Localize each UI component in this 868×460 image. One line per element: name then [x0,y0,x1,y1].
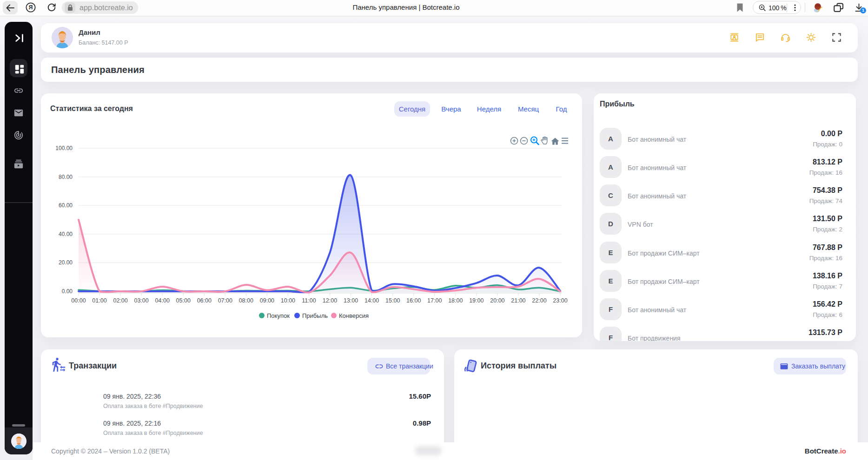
svg-text:08:00: 08:00 [239,297,253,304]
svg-text:11:00: 11:00 [302,297,316,304]
svg-text:Прибыль: Прибыль [302,312,328,319]
svg-text:00:00: 00:00 [71,297,86,304]
svg-text:02:00: 02:00 [113,297,127,304]
svg-text:23:00: 23:00 [553,297,567,304]
svg-text:04:00: 04:00 [155,297,170,304]
svg-text:14:00: 14:00 [364,297,379,304]
svg-text:20.00: 20.00 [59,259,73,266]
svg-text:15:00: 15:00 [385,297,400,304]
svg-text:20:00: 20:00 [490,297,504,304]
svg-text:09:00: 09:00 [260,297,274,304]
svg-text:12:00: 12:00 [323,297,337,304]
svg-text:100.00: 100.00 [55,145,73,151]
svg-text:16:00: 16:00 [406,297,421,304]
svg-text:0.00: 0.00 [62,288,73,295]
svg-text:21:00: 21:00 [511,297,525,304]
svg-text:13:00: 13:00 [344,297,358,304]
svg-text:80.00: 80.00 [59,174,73,180]
svg-text:Конверсия: Конверсия [339,312,369,319]
svg-text:03:00: 03:00 [134,297,148,304]
svg-text:05:00: 05:00 [176,297,191,304]
svg-text:22:00: 22:00 [532,297,546,304]
svg-text:19:00: 19:00 [469,297,484,304]
svg-text:40.00: 40.00 [59,231,73,237]
svg-text:06:00: 06:00 [197,297,212,304]
svg-text:01:00: 01:00 [92,297,106,304]
svg-text:18:00: 18:00 [448,297,463,304]
svg-text:17:00: 17:00 [427,297,442,304]
svg-text:07:00: 07:00 [218,297,232,304]
svg-text:60.00: 60.00 [59,202,73,209]
svg-text:10:00: 10:00 [281,297,295,304]
svg-text:Покупок: Покупок [267,312,290,319]
